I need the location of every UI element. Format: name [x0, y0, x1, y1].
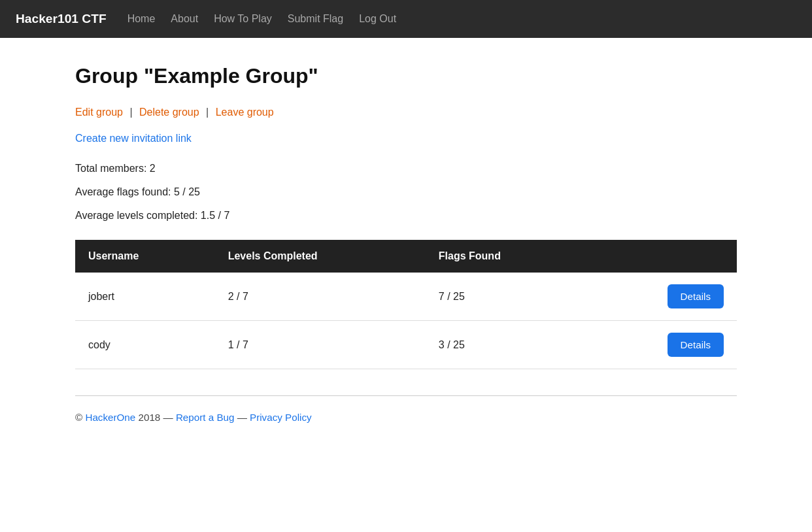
main-content: Group "Example Group" Edit group | Delet… [59, 38, 753, 396]
nav-how-to-play[interactable]: How To Play [214, 13, 272, 25]
col-username: Username [75, 240, 215, 273]
members-table: Username Levels Completed Flags Found jo… [75, 240, 737, 369]
table-header-row: Username Levels Completed Flags Found [75, 240, 737, 273]
separator-1: | [129, 107, 132, 118]
member-username: cody [75, 321, 215, 369]
member-levels: 2 / 7 [215, 273, 426, 321]
leave-group-link[interactable]: Leave group [216, 107, 274, 118]
privacy-policy-link[interactable]: Privacy Policy [250, 412, 312, 423]
hackerone-link[interactable]: HackerOne [85, 412, 135, 423]
navbar: Hacker101 CTF Home About How To Play Sub… [0, 0, 812, 38]
total-members: Total members: 2 [75, 163, 737, 175]
avg-flags: Average flags found: 5 / 25 [75, 186, 737, 198]
action-links: Edit group | Delete group | Leave group [75, 107, 737, 118]
separator-2: | [206, 107, 209, 118]
member-action: Details [586, 273, 737, 321]
page-title: Group "Example Group" [75, 64, 737, 88]
delete-group-link[interactable]: Delete group [139, 107, 199, 118]
details-button-jobert[interactable]: Details [668, 284, 724, 308]
col-action [586, 240, 737, 273]
invite-link[interactable]: Create new invitation link [75, 133, 737, 144]
member-action: Details [586, 321, 737, 369]
member-username: jobert [75, 273, 215, 321]
col-flags: Flags Found [426, 240, 586, 273]
avg-levels: Average levels completed: 1.5 / 7 [75, 210, 737, 222]
member-flags: 3 / 25 [426, 321, 586, 369]
report-bug-link[interactable]: Report a Bug [176, 412, 235, 423]
nav-submit-flag[interactable]: Submit Flag [288, 13, 343, 25]
member-flags: 7 / 25 [426, 273, 586, 321]
table-row: jobert 2 / 7 7 / 25 Details [75, 273, 737, 321]
edit-group-link[interactable]: Edit group [75, 107, 123, 118]
table-row: cody 1 / 7 3 / 25 Details [75, 321, 737, 369]
details-button-cody[interactable]: Details [668, 333, 724, 357]
nav-about[interactable]: About [171, 13, 198, 25]
member-levels: 1 / 7 [215, 321, 426, 369]
nav-links: Home About How To Play Submit Flag Log O… [127, 13, 396, 25]
footer-dash2: — [234, 412, 250, 423]
nav-home[interactable]: Home [127, 13, 156, 25]
footer-year: 2018 — [138, 412, 175, 423]
nav-log-out[interactable]: Log Out [359, 13, 396, 25]
copyright-symbol: © [75, 412, 85, 423]
nav-brand: Hacker101 CTF [16, 12, 107, 26]
col-levels: Levels Completed [215, 240, 426, 273]
footer-divider [75, 395, 737, 396]
group-stats: Total members: 2 Average flags found: 5 … [75, 163, 737, 222]
footer: © HackerOne 2018 — Report a Bug — Privac… [59, 412, 753, 444]
